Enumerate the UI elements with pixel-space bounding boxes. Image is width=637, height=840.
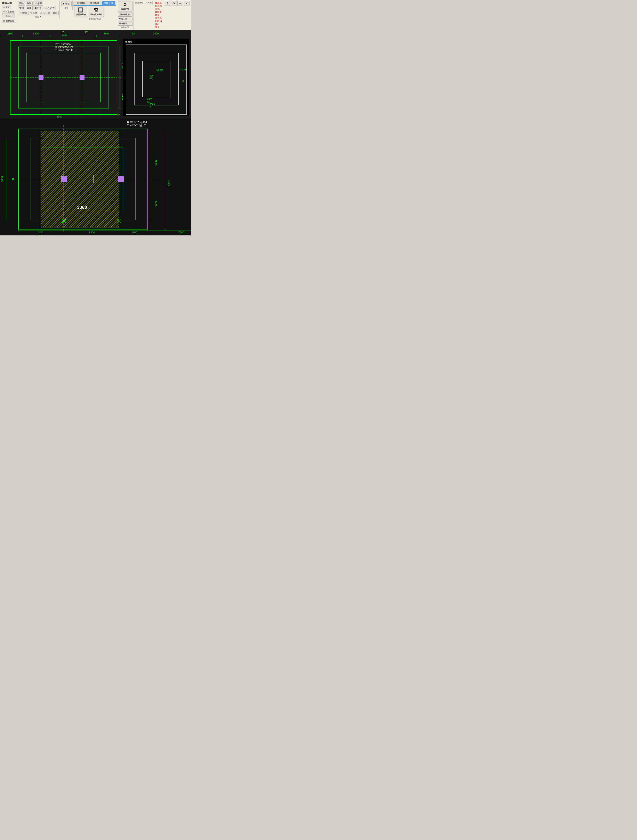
svg-text:b: b — [183, 80, 184, 82]
svg-rect-28 — [79, 75, 84, 80]
smart-sub-buttons: 调整钢筋方向 生成土方 重改标注 — [118, 13, 133, 26]
secondary-group: 独立基础二次调编 — [134, 1, 153, 5]
identify-group-label: 识别独立基础 — [73, 17, 116, 21]
secondary-label: 独立基础二次调编 — [135, 1, 152, 4]
tab-select-grid[interactable]: 选择轴网 — [74, 1, 88, 5]
svg-text:3300: 3300 — [77, 205, 87, 210]
help-buttons: ? ⚙ ─ ✕ — [165, 1, 190, 6]
svg-text:6500: 6500 — [147, 98, 152, 101]
minimize-btn[interactable]: ─ — [177, 1, 183, 6]
question-text: 叠层三维显示圈元/轴网有错位、位置不对应如何处理？ — [155, 2, 162, 28]
split-btn[interactable]: 分割 — [52, 11, 58, 15]
edit-group: 删除 旋转 ◁ 修剪 复制 镜像 ▣ 对齐 △△ 合并 ◁ 移动 ◁ 基伸 △△… — [17, 1, 60, 19]
svg-rect-68 — [118, 176, 124, 182]
svg-text:7000: 7000 — [168, 180, 171, 186]
svg-text:b1 4300: b1 4300 — [179, 68, 187, 71]
tab-immediate[interactable]: 立即登试 — [102, 1, 115, 5]
svg-text:A: A — [12, 177, 14, 181]
identify-foundation-btn[interactable]: 🏗 识别独立基础 — [89, 6, 104, 17]
svg-text:900: 900 — [150, 74, 153, 77]
svg-text:2624: 2624 — [104, 32, 110, 35]
adjust-rebar-btn[interactable]: 调整钢筋方向 — [118, 13, 133, 17]
svg-text:2100: 2100 — [131, 231, 138, 234]
svg-text:2400: 2400 — [153, 32, 159, 35]
rotate-btn[interactable]: 旋转 — [25, 1, 33, 6]
extend-btn[interactable]: ◁ 基伸 — [28, 11, 38, 15]
svg-text:b2 900: b2 900 — [156, 69, 163, 71]
svg-text:参数图: 参数图 — [125, 40, 133, 43]
svg-text:2800: 2800 — [7, 32, 13, 35]
cad-viewport-bottom[interactable]: A B: X&Y-C20@100 T: X&Y-C12@100 2850 245… — [0, 118, 191, 235]
draw-group: ■ 备修 绘图 — [60, 1, 73, 10]
question-area: 叠层三维显示圈元/轴网有错位、位置不对应如何处理？ — [153, 1, 164, 29]
svg-text:25: 25 — [62, 31, 65, 34]
identify-table-label: 识别独基表 — [76, 13, 86, 16]
svg-text:2850: 2850 — [154, 159, 157, 166]
mirror-btn[interactable]: 镜像 — [25, 6, 33, 10]
svg-text:2100: 2100 — [37, 231, 43, 234]
smart-group: ⚙ 智能布置 调整钢筋方向 生成土方 重改标注 智能布置 — [117, 1, 133, 29]
toolbar-title-group: 建筑工量 ⊙ 当层 ⊙ 两点辅轴 ─ 长度标注 圆 转换图元 — [1, 1, 16, 23]
svg-text:3300: 3300 — [57, 115, 63, 118]
svg-text:a: a — [150, 106, 151, 108]
edit-label: 停改 ▼ — [18, 16, 58, 18]
svg-text:3300: 3300 — [37, 234, 43, 235]
delete-btn[interactable]: 删除 — [18, 1, 25, 6]
align-btn[interactable]: ▣ 对齐 — [33, 6, 43, 10]
draw-label: 绘图 — [61, 7, 71, 9]
toolbar: 建筑工量 ⊙ 当层 ⊙ 两点辅轴 ─ 长度标注 圆 转换图元 删除 旋转 ◁ 修… — [0, 0, 191, 30]
layer-btn4[interactable]: 圆 转换图元 — [2, 19, 15, 23]
cad-top-svg: 2800 3300 25 3350 27 2624 28 2400 2850 2… — [0, 30, 191, 118]
gen-earth-btn[interactable]: 生成土方 — [118, 17, 133, 21]
svg-text:a1: a1 — [147, 101, 150, 103]
svg-rect-44 — [142, 61, 170, 97]
svg-text:B: X&Y-C20@100: B: X&Y-C20@100 — [55, 46, 73, 48]
svg-text:7000: 7000 — [179, 231, 184, 234]
svg-rect-27 — [39, 75, 43, 80]
svg-text:3350: 3350 — [62, 34, 67, 36]
layer-btn1[interactable]: ⊙ 当层 — [2, 5, 11, 9]
svg-text:3000: 3000 — [1, 176, 4, 182]
layer-btn2[interactable]: ⊙ 两点辅轴 — [2, 9, 15, 14]
close-btn[interactable]: ✕ — [184, 1, 190, 6]
svg-text:3300: 3300 — [33, 32, 39, 35]
repair-btn[interactable]: ■ 备修 — [61, 1, 71, 6]
tab-strip: 选择轴网 绘制基础 立即登试 — [73, 1, 116, 6]
svg-text:7500: 7500 — [150, 103, 155, 106]
tab-draw-foundation[interactable]: 绘制基础 — [88, 1, 101, 5]
svg-text:B: X&Y-C20@100: B: X&Y-C20@100 — [127, 121, 147, 124]
break-btn[interactable]: △△ 打断 — [39, 11, 51, 15]
cad-bottom-svg: A B: X&Y-C20@100 T: X&Y-C12@100 2850 245… — [0, 118, 191, 235]
svg-text:T: X&Y-C12@100: T: X&Y-C12@100 — [55, 49, 73, 51]
smart-btn[interactable]: ⚙ 智能布置 — [118, 1, 133, 11]
svg-text:2450: 2450 — [154, 201, 157, 207]
identify-table-btn[interactable]: 🔲 识别独基表 — [74, 6, 87, 17]
cad-viewport-top[interactable]: 2800 3300 25 3350 27 2624 28 2400 2850 2… — [0, 30, 191, 118]
svg-rect-67 — [61, 176, 67, 182]
re-annotate-btn[interactable]: 重改标注 — [118, 22, 133, 26]
identify-group: 🔲 识别独基表 🏗 识别独立基础 — [73, 6, 116, 17]
merge-btn[interactable]: △△ 合并 — [44, 6, 56, 10]
smart-label: 智能布置 — [121, 8, 129, 11]
app-title: 建筑工量 — [2, 1, 15, 5]
trim-btn[interactable]: ◁ 修剪 — [33, 1, 43, 6]
svg-text:DJJ12,300/400: DJJ12,300/400 — [55, 43, 71, 46]
tab-area: 选择轴网 绘制基础 立即登试 🔲 识别独基表 🏗 识别独立基础 识别独立基础 — [73, 1, 116, 21]
identify-foundation-icon: 🏗 — [94, 7, 98, 13]
smart-icon: ⚙ — [123, 2, 127, 7]
svg-text:a2: a2 — [150, 77, 152, 80]
smart-group-label: 智能布置 — [118, 26, 133, 29]
svg-text:T: X&Y-C12@100: T: X&Y-C12@100 — [127, 124, 147, 127]
svg-text:3300: 3300 — [89, 231, 95, 234]
help-btn[interactable]: ? — [165, 1, 171, 6]
identify-foundation-label: 识别独立基础 — [90, 13, 102, 16]
move-btn[interactable]: ◁ 移动 — [18, 11, 28, 15]
svg-text:70: 70 — [117, 113, 120, 116]
copy-btn[interactable]: 复制 — [18, 6, 25, 10]
svg-text:27: 27 — [85, 31, 88, 34]
identify-table-icon: 🔲 — [78, 7, 84, 13]
layer-btn3[interactable]: ─ 长度标注 — [2, 14, 15, 18]
svg-text:28: 28 — [132, 32, 135, 35]
settings-btn[interactable]: ⚙ — [171, 1, 177, 6]
